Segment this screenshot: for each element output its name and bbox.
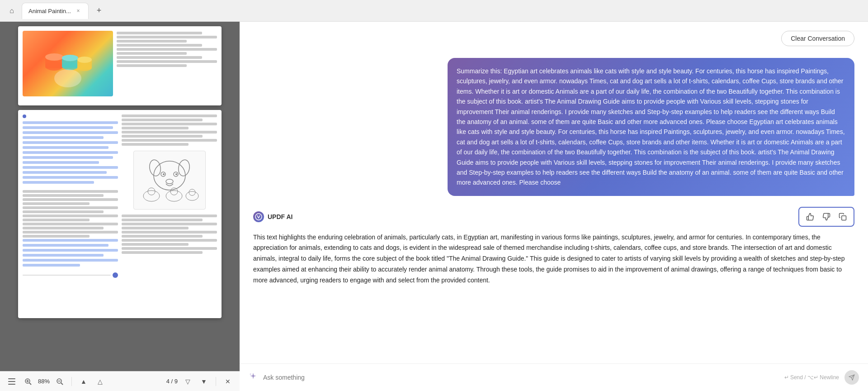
tab-close-button[interactable]: × (75, 7, 82, 14)
pdf-highlight-line (23, 136, 104, 139)
page-indicator: 4 / 9 (166, 378, 178, 385)
svg-point-16 (166, 179, 173, 184)
pdf-text-line (122, 123, 217, 125)
pdf-text-line (117, 40, 187, 43)
svg-point-21 (186, 191, 198, 200)
pdf-text-line (122, 251, 203, 254)
sidebar-icon (8, 378, 15, 385)
ai-response-text: This text highlights the enduring celebr… (253, 232, 854, 286)
document-tab[interactable]: Animal Paintin... × (22, 3, 89, 19)
navigate-up-alt-button[interactable]: △ (94, 375, 106, 388)
pdf-text-line (117, 52, 187, 55)
svg-rect-34 (842, 215, 846, 220)
pdf-highlight-line (23, 181, 94, 184)
ai-action-buttons (798, 207, 854, 227)
pdf-text-line (122, 143, 189, 146)
svg-rect-24 (8, 381, 15, 382)
pdf-text-line (23, 202, 90, 205)
svg-rect-23 (8, 378, 15, 379)
thumbs-up-button[interactable] (803, 210, 817, 224)
chat-area[interactable]: Summarize this: Egyptian art celebrates … (240, 22, 868, 363)
close-panel-button[interactable]: ✕ (222, 375, 234, 388)
pdf-toolbar: 88% ▲ △ 4 / 9 ▽ ▼ ✕ (0, 371, 240, 391)
pdf-highlight-line (23, 126, 113, 129)
pdf-text-line (117, 56, 202, 59)
pdf-highlight-line (23, 156, 113, 159)
pdf-highlight-line (23, 166, 118, 169)
ai-brand-label: UPDF AI (253, 211, 292, 222)
svg-point-18 (148, 188, 155, 195)
thumbs-down-button[interactable] (819, 210, 834, 224)
send-button[interactable] (844, 370, 859, 385)
pdf-text-line (122, 119, 203, 121)
sparkle-svg (249, 372, 258, 381)
dog-sketch-svg (138, 155, 201, 205)
svg-point-8 (77, 57, 92, 63)
pdf-highlight-dot (23, 114, 26, 118)
home-button[interactable]: ⌂ (4, 3, 20, 19)
zoom-display: 88% (38, 378, 50, 385)
zoom-in-button[interactable] (22, 375, 34, 388)
svg-point-33 (255, 214, 262, 220)
svg-point-2 (45, 53, 63, 61)
chat-input[interactable] (263, 374, 779, 381)
pdf-text-line (23, 194, 104, 197)
svg-point-10 (148, 159, 162, 177)
pdf-highlight-line (23, 239, 118, 242)
pdf-highlight-line (23, 244, 108, 247)
pdf-highlight-line (23, 131, 118, 134)
pdf-image-placeholder (23, 31, 113, 96)
pdf-col-right (122, 114, 217, 314)
pdf-dog-sketch (133, 151, 206, 210)
pdf-text-line (117, 44, 202, 47)
pdf-text-line (23, 206, 118, 209)
toolbar-separator (71, 377, 72, 386)
pdf-text-line (117, 32, 202, 34)
user-message-bubble: Summarize this: Egyptian art celebrates … (448, 58, 854, 196)
ai-response: UPDF AI (253, 207, 854, 286)
zoom-out-button[interactable] (53, 375, 66, 388)
zoom-value: 88% (38, 378, 50, 385)
pdf-slider-thumb[interactable] (113, 272, 118, 278)
navigate-down-button[interactable]: ▼ (198, 375, 210, 388)
svg-line-29 (29, 383, 31, 385)
svg-point-11 (177, 159, 191, 177)
svg-line-32 (61, 383, 63, 385)
user-message-text: Summarize this: Egyptian art celebrates … (457, 67, 845, 186)
navigate-up-button[interactable]: ▲ (77, 375, 90, 388)
pdf-highlight-line (23, 146, 108, 149)
pdf-slider-track (23, 275, 111, 276)
pdf-text-line (122, 239, 217, 242)
pdf-text-line (122, 243, 189, 246)
pdf-highlight-line (23, 254, 104, 257)
ai-panel: Clear Conversation Summarize this: Egypt… (240, 22, 868, 391)
svg-point-17 (143, 191, 160, 201)
pdf-highlight-line (23, 171, 107, 174)
svg-point-14 (163, 173, 165, 175)
pdf-text-line (122, 231, 217, 234)
sparkle-icon (249, 372, 258, 383)
pdf-highlight-line (23, 249, 118, 252)
tab-bar: ⌂ Animal Paintin... × + (0, 0, 868, 22)
pdf-text-line (23, 223, 118, 225)
navigate-down-alt-button[interactable]: ▽ (181, 375, 194, 388)
clear-conversation-button[interactable]: Clear Conversation (781, 31, 854, 46)
pdf-page-main: Cute Pet Painting (18, 110, 222, 318)
home-icon: ⌂ (9, 7, 14, 15)
pdf-text-line (122, 135, 203, 138)
ai-brand-name: UPDF AI (268, 213, 292, 220)
add-tab-button[interactable]: + (92, 4, 106, 18)
pdf-text-lines-top (117, 31, 217, 96)
pdf-viewport[interactable]: Cute Pet Painting (0, 22, 240, 371)
page-separator: / (171, 378, 175, 385)
pdf-text-line (23, 235, 90, 238)
sidebar-toggle-button[interactable] (5, 375, 18, 388)
pdf-text-line (23, 231, 118, 234)
svg-point-19 (166, 191, 182, 201)
svg-point-20 (170, 188, 178, 195)
input-hint-text: ↵ Send / ⌥↵ Newline (784, 374, 839, 381)
pdf-highlight-line (23, 121, 118, 124)
input-bar: ↵ Send / ⌥↵ Newline (240, 363, 868, 391)
pdf-text-line (122, 131, 217, 134)
copy-button[interactable] (835, 210, 850, 224)
